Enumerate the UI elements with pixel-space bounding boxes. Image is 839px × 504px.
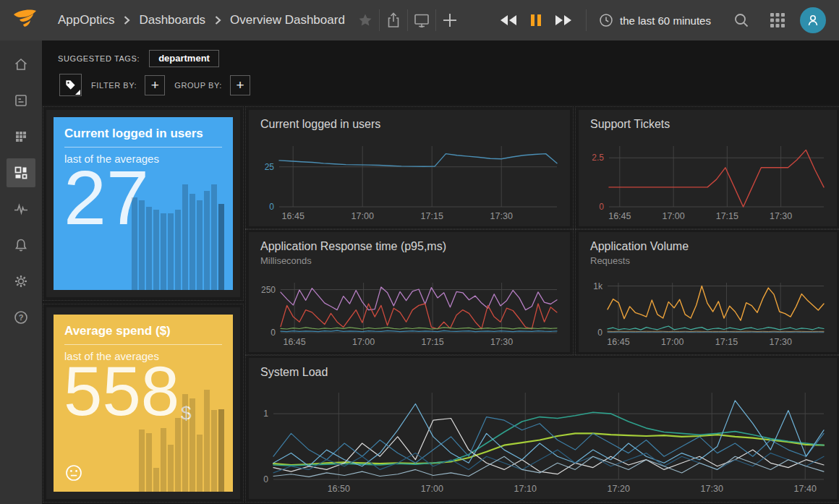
sidebar-item-notebook[interactable]: [0, 82, 42, 119]
tag-menu-button[interactable]: [59, 74, 82, 96]
dashboard-actions: [352, 0, 464, 40]
chart-title: Application Response time (p95,ms): [260, 240, 561, 253]
sidebar-item-dashboards[interactable]: [0, 155, 42, 191]
svg-text:17:30: 17:30: [770, 337, 792, 347]
bar: [218, 409, 224, 492]
divider: [586, 9, 587, 31]
sidebar-item-settings[interactable]: [0, 263, 42, 299]
svg-text:1: 1: [263, 409, 268, 419]
dashboards-icon: [7, 158, 35, 187]
group-by-label: GROUP BY:: [174, 81, 222, 90]
card-average-spend-bignumber[interactable]: Average spend ($) last of the averages 5…: [46, 307, 240, 499]
chart-title: System Load: [260, 366, 828, 379]
pause-icon[interactable]: [522, 0, 550, 40]
chart-card-app-response-time[interactable]: Application Response time (p95,ms) Milli…: [249, 232, 570, 352]
chart-card-support-tickets[interactable]: Support Tickets 16:4517:0017:1517:302.50: [579, 110, 837, 226]
time-range-label: the last 60 minutes: [620, 14, 711, 27]
suggested-tag-department[interactable]: department: [149, 50, 219, 67]
bar: [182, 184, 188, 290]
svg-text:0: 0: [599, 202, 604, 212]
chart-title: Application Volume: [590, 240, 828, 253]
solarwinds-swoosh-icon: [11, 6, 40, 35]
chart-card-system-load[interactable]: System Load 16:5017:0017:1017:2017:3017:…: [249, 358, 837, 499]
bar: [139, 200, 145, 290]
bar: [197, 200, 203, 290]
bar: [161, 213, 166, 290]
app-window: AppOptics Dashboards Overview Dashboard: [0, 0, 839, 504]
favorite-star-icon[interactable]: [352, 0, 379, 40]
chart-subtitle: Milliseconds: [260, 255, 561, 266]
bar: [146, 207, 152, 290]
neutral-face-icon: [64, 464, 83, 482]
breadcrumb: AppOptics Dashboards Overview Dashboard: [58, 0, 345, 40]
bar: [153, 210, 159, 290]
filter-by-label: FILTER BY:: [91, 81, 137, 90]
search-icon[interactable]: [728, 0, 755, 40]
bar: [204, 191, 210, 290]
svg-text:17:15: 17:15: [421, 211, 443, 221]
svg-text:?: ?: [19, 313, 24, 322]
svg-text:17:30: 17:30: [490, 211, 513, 221]
add-chart-plus-icon[interactable]: [436, 0, 464, 40]
sidebar-item-alerts-pulse[interactable]: [0, 191, 42, 227]
gear-icon: [7, 267, 35, 296]
bell-icon: [7, 231, 35, 260]
svg-text:17:15: 17:15: [716, 211, 738, 221]
presentation-monitor-icon[interactable]: [408, 0, 435, 40]
chevron-right-icon: [122, 15, 131, 25]
line-chart-current-users: 16:4517:0017:1517:30250: [252, 140, 566, 224]
sidebar-item-home[interactable]: [0, 46, 42, 82]
breadcrumb-appoptics[interactable]: AppOptics: [58, 13, 114, 27]
sidebar-item-help[interactable]: ?: [0, 299, 42, 336]
chart-card-current-users[interactable]: Current logged in users 16:4517:0017:151…: [249, 110, 570, 226]
svg-text:17:30: 17:30: [770, 211, 792, 221]
metrics-grid-icon: [7, 122, 35, 151]
bar: [189, 398, 195, 492]
breadcrumb-current-page: Overview Dashboard: [230, 13, 345, 27]
svg-text:17:00: 17:00: [662, 211, 684, 221]
chart-title: Current logged in users: [260, 118, 561, 131]
svg-text:16:50: 16:50: [328, 484, 350, 494]
share-icon[interactable]: [380, 0, 407, 40]
line-chart-system-load: 16:5017:0017:1017:2017:3017:4010: [252, 387, 832, 497]
svg-text:17:15: 17:15: [421, 337, 443, 347]
person-icon: [806, 13, 820, 27]
chart-card-app-volume[interactable]: Application Volume Requests 16:4517:0017…: [579, 232, 837, 352]
card-title: Current logged in users: [64, 127, 222, 148]
help-icon: ?: [7, 303, 35, 332]
chevron-right-icon: [213, 15, 222, 25]
svg-text:1k: 1k: [593, 281, 603, 291]
home-icon: [7, 50, 35, 79]
user-avatar[interactable]: [800, 7, 826, 33]
suggested-tags-label: SUGGESTED TAGS:: [58, 54, 140, 63]
svg-text:17:00: 17:00: [352, 337, 375, 347]
add-group-button[interactable]: +: [230, 75, 250, 95]
time-range-selector[interactable]: the last 60 minutes: [599, 0, 711, 40]
bar: [182, 394, 188, 492]
filter-bar: SUGGESTED TAGS: department FILTER BY: + …: [42, 40, 839, 105]
breadcrumb-dashboards[interactable]: Dashboards: [139, 13, 205, 27]
bar: [146, 433, 152, 492]
mini-bar-chart: [132, 184, 224, 290]
card-current-users-bignumber[interactable]: Current logged in users last of the aver…: [46, 110, 240, 297]
svg-text:17:00: 17:00: [661, 337, 683, 347]
add-filter-button[interactable]: +: [145, 75, 165, 95]
fast-forward-icon[interactable]: [550, 0, 577, 40]
svg-text:250: 250: [261, 285, 276, 295]
sidebar-item-notifications[interactable]: [0, 227, 42, 263]
tag-icon: [64, 79, 77, 91]
svg-text:17:15: 17:15: [715, 337, 738, 347]
rewind-icon[interactable]: [495, 0, 522, 40]
bar: [168, 445, 174, 492]
line-chart-app-response-time: 16:4517:0017:1517:302500: [252, 277, 566, 350]
dashboard-grid: Current logged in users last of the aver…: [42, 105, 839, 504]
line-chart-app-volume: 16:4517:0017:1517:301k0: [582, 277, 832, 350]
card-title: Average spend ($): [64, 324, 222, 345]
chart-subtitle: Requests: [590, 255, 828, 266]
bar: [153, 468, 159, 492]
sidebar-item-metrics[interactable]: [0, 119, 42, 155]
svg-text:17:20: 17:20: [608, 484, 630, 494]
app-grid-icon[interactable]: [764, 0, 791, 40]
bar: [211, 410, 217, 492]
solarwinds-logo[interactable]: [8, 3, 43, 38]
